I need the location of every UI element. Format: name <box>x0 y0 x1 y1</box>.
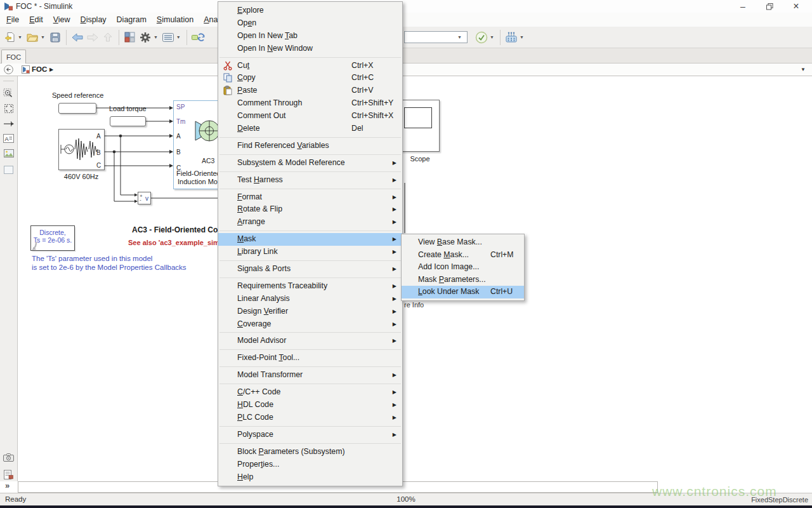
dropdown-arrow-icon[interactable]: ▼ <box>153 35 160 39</box>
dropdown-arrow-icon[interactable]: ▼ <box>17 35 25 39</box>
menu-item-delete[interactable]: DeleteDel <box>218 123 402 135</box>
menu-item-label: Help <box>237 472 253 481</box>
menu-item-library-link[interactable]: Library Link▶ <box>218 246 402 258</box>
zoom-region-icon[interactable] <box>2 87 16 100</box>
expand-toolbars-chevron[interactable]: » <box>5 481 9 490</box>
menu-item-coverage[interactable]: Coverage▶ <box>218 318 402 331</box>
image-annotation-icon[interactable] <box>2 147 16 159</box>
menu-item-label: Signals & Ports <box>237 264 291 273</box>
model-report-icon[interactable] <box>2 468 16 481</box>
menubar-item-edit[interactable]: Edit <box>24 14 48 25</box>
watermark: www.cntronics.com <box>652 484 777 499</box>
menu-item-mask[interactable]: Mask▶ <box>218 233 402 246</box>
configuration-gear-icon[interactable] <box>138 29 153 46</box>
menu-item-fixed-point-tool[interactable]: Fixed-Point Tool... <box>218 352 402 364</box>
close-button[interactable]: × <box>783 0 809 13</box>
annotation-see-also[interactable]: See also 'ac3_example_simpli <box>128 239 228 246</box>
menu-item-model-transformer[interactable]: Model Transformer▶ <box>218 369 402 382</box>
dropdown-arrow-icon[interactable]: ▼ <box>40 35 48 39</box>
breadcrumb-dropdown-icon[interactable]: ▼ <box>801 67 806 72</box>
menu-separator <box>219 332 401 333</box>
menu-item-format[interactable]: Format▶ <box>218 191 402 204</box>
library-browser-icon[interactable] <box>122 29 138 46</box>
menu-item-open[interactable]: Open <box>218 17 402 30</box>
area-box-icon[interactable] <box>2 163 16 176</box>
dropdown-arrow-icon[interactable]: ▼ <box>176 35 183 39</box>
menu-item-mask-parameters[interactable]: Mask Parameters... <box>402 274 524 286</box>
menu-item-open-in-new-window[interactable]: Open In New Window <box>218 43 402 55</box>
menu-item-explore[interactable]: Explore <box>218 4 402 17</box>
save-icon[interactable] <box>48 29 63 46</box>
screenshot-camera-icon[interactable] <box>2 451 16 464</box>
load-torque-block[interactable] <box>110 116 146 126</box>
open-folder-icon[interactable] <box>25 29 40 46</box>
menu-item-model-advisor[interactable]: Model Advisor▶ <box>218 335 402 347</box>
model-settings-icon[interactable] <box>160 29 176 46</box>
update-diagram-icon[interactable] <box>190 29 207 46</box>
menubar-item-display[interactable]: Display <box>75 14 112 25</box>
menu-item-create-mask[interactable]: Create Mask...Ctrl+M <box>402 249 524 262</box>
simulation-mode-combo[interactable]: ▼ <box>404 31 468 43</box>
menu-item-label: Model Transformer <box>237 370 303 379</box>
breadcrumb-path[interactable]: FOC <box>32 65 47 73</box>
menu-item-polyspace[interactable]: Polyspace▶ <box>218 429 402 441</box>
menu-item-copy[interactable]: CopyCtrl+C <box>218 72 402 84</box>
hide-browser-button[interactable] <box>4 65 13 76</box>
menu-item-requirements-traceability[interactable]: Requirements Traceability▶ <box>218 280 402 293</box>
validate-check-icon[interactable] <box>474 29 489 46</box>
menu-item-paste[interactable]: PasteCtrl+V <box>218 84 402 97</box>
menu-item-label: Test Harness <box>237 175 283 184</box>
menubar-item-file[interactable]: File <box>1 14 24 25</box>
speed-reference-block[interactable] <box>58 103 96 114</box>
menu-item-comment-through[interactable]: Comment ThroughCtrl+Shift+Y <box>218 97 402 110</box>
new-model-icon[interactable] <box>2 29 17 46</box>
menu-item-add-icon-image[interactable]: Add Icon Image... <box>402 261 524 274</box>
menu-item-signals-ports[interactable]: Signals & Ports▶ <box>218 263 402 276</box>
menu-item-properties[interactable]: Properties... <box>218 458 402 471</box>
voltage-source-block[interactable]: A B C <box>58 129 105 170</box>
path-arrow-icon[interactable] <box>2 117 16 130</box>
menu-item-label: Find Referenced Variables <box>237 141 329 150</box>
menu-item-arrange[interactable]: Arrange▶ <box>218 216 402 229</box>
toolbar-separator <box>119 30 119 45</box>
back-icon[interactable] <box>70 29 85 46</box>
dropdown-arrow-icon[interactable]: ▼ <box>457 35 464 39</box>
menu-item-look-under-mask[interactable]: Look Under MaskCtrl+U <box>402 286 524 298</box>
menu-item-plc-code[interactable]: PLC Code▶ <box>218 411 402 424</box>
annotation-icon[interactable]: A <box>2 132 16 145</box>
forward-icon <box>85 29 100 46</box>
fit-view-icon[interactable] <box>2 102 16 115</box>
minimize-button[interactable]: – <box>730 0 756 13</box>
dropdown-arrow-icon[interactable]: ▼ <box>519 35 527 39</box>
menu-item-find-referenced-variables[interactable]: Find Referenced Variables <box>218 140 402 152</box>
menu-item-cut[interactable]: CutCtrl+X <box>218 60 402 72</box>
menubar-item-view[interactable]: View <box>48 14 75 25</box>
menu-item-subsystem-model-reference[interactable]: Subsystem & Model Reference▶ <box>218 157 402 170</box>
menu-item-comment-out[interactable]: Comment OutCtrl+Shift+X <box>218 110 402 123</box>
dropdown-arrow-icon[interactable]: ▼ <box>489 35 497 39</box>
menu-item-block-parameters-subsystem[interactable]: Block Parameters (Subsystem) <box>218 446 402 458</box>
menu-item-label: Explore <box>237 6 264 15</box>
more-info-partial-label[interactable]: re Info <box>404 301 424 309</box>
hardware-board-icon[interactable] <box>504 29 519 46</box>
menubar-item-diagram[interactable]: Diagram <box>112 14 152 25</box>
menu-item-rotate-flip[interactable]: Rotate & Flip▶ <box>218 203 402 216</box>
vm-minus-label: - <box>140 197 141 203</box>
menu-item-design-verifier[interactable]: Design Verifier▶ <box>218 305 402 318</box>
menu-item-c-c-code[interactable]: C/C++ Code▶ <box>218 386 402 399</box>
menu-item-view-base-mask[interactable]: View Base Mask... <box>402 236 524 249</box>
menu-item-test-harness[interactable]: Test Harness▶ <box>218 174 402 187</box>
restore-button[interactable] <box>756 0 783 13</box>
menu-item-open-in-new-tab[interactable]: Open In New Tab <box>218 30 402 43</box>
tab-foc[interactable]: FOC <box>1 50 26 64</box>
simulink-app-icon <box>3 2 13 11</box>
menu-item-label: Rotate & Flip <box>237 204 282 213</box>
menu-separator <box>219 277 401 278</box>
voltage-measurement-block[interactable]: + - v <box>138 192 151 204</box>
scope-block[interactable] <box>400 100 440 152</box>
model-block-icon <box>22 65 30 76</box>
menu-item-linear-analysis[interactable]: Linear Analysis▶ <box>218 293 402 305</box>
menu-item-help[interactable]: Help <box>218 471 402 484</box>
menu-item-hdl-code[interactable]: HDL Code▶ <box>218 399 402 411</box>
menubar-item-simulation[interactable]: Simulation <box>152 14 199 25</box>
